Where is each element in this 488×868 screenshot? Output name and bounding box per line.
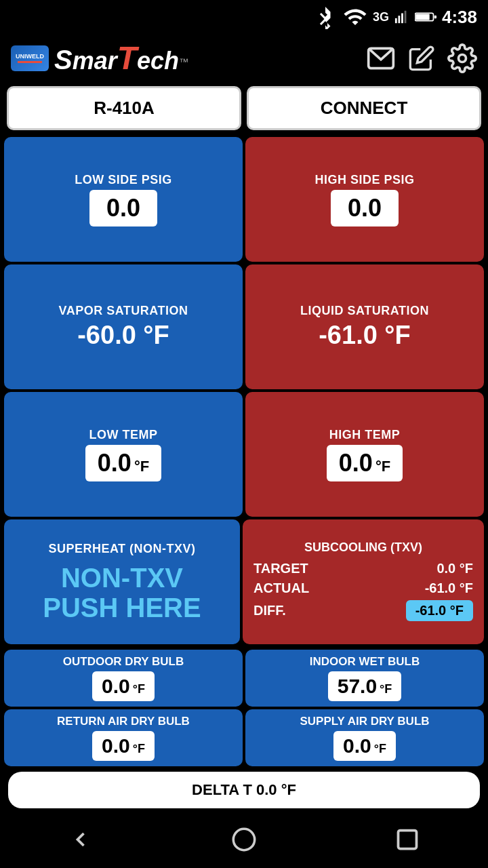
superheat-cell[interactable]: SUPERHEAT (NON-TXV) NON-TXV PUSH HERE xyxy=(4,519,240,644)
signal-icon xyxy=(394,9,409,24)
return-air-value-box: 0.0 °F xyxy=(92,731,155,761)
outdoor-dry-bulb-cell: OUTDOOR DRY BULB 0.0 °F xyxy=(4,650,243,707)
bluetooth-icon xyxy=(313,5,338,29)
return-air-label: RETURN AIR DRY BULB xyxy=(57,715,190,728)
low-side-psig-cell: LOW SIDE PSIG 0.0 xyxy=(4,137,243,262)
edit-icon[interactable] xyxy=(408,45,435,72)
nav-home-button[interactable] xyxy=(230,826,258,856)
svg-rect-10 xyxy=(398,831,416,849)
superheat-label: SUPERHEAT (NON-TXV) xyxy=(48,542,195,556)
logo-smartech: SmarTech™ xyxy=(54,39,188,77)
wifi-icon xyxy=(343,5,367,29)
outdoor-dry-bulb-value: 0.0 xyxy=(102,675,130,698)
heat-cool-row: SUPERHEAT (NON-TXV) NON-TXV PUSH HERE SU… xyxy=(4,519,484,644)
vapor-sat-label: VAPOR SATURATION xyxy=(59,304,188,318)
settings-icon[interactable] xyxy=(447,43,477,73)
low-side-value: 0.0 xyxy=(106,194,140,222)
indoor-wet-bulb-value: 57.0 xyxy=(338,675,377,698)
subcooling-actual-key: ACTUAL xyxy=(253,580,309,596)
outdoor-dry-bulb-unit: °F xyxy=(133,682,145,696)
subcooling-diff-val: -61.0 °F xyxy=(415,603,464,618)
nav-back-button[interactable] xyxy=(68,827,93,854)
subcooling-cell: SUBCOOLING (TXV) TARGET 0.0 °F ACTUAL -6… xyxy=(243,519,484,644)
subcooling-target-key: TARGET xyxy=(253,561,308,576)
svg-rect-3 xyxy=(405,11,407,23)
delta-t-bar: DELTA T 0.0 °F xyxy=(8,772,480,808)
status-time: 4:38 xyxy=(442,7,477,28)
main-grid: LOW SIDE PSIG 0.0 HIGH SIDE PSIG 0.0 VAP… xyxy=(0,134,488,647)
battery-icon xyxy=(415,11,436,23)
svg-rect-5 xyxy=(415,14,430,20)
indoor-wet-bulb-value-box: 57.0 °F xyxy=(328,671,402,701)
mail-icon[interactable] xyxy=(366,43,396,73)
indoor-wet-bulb-label: INDOOR WET BULB xyxy=(310,655,420,669)
low-side-value-box: 0.0 xyxy=(89,190,157,226)
status-bar: 3G 4:38 xyxy=(0,0,488,34)
liquid-saturation-cell: LIQUID SATURATION -61.0 °F xyxy=(245,264,484,389)
subcooling-target-row: TARGET 0.0 °F xyxy=(253,561,473,576)
high-temp-unit: °F xyxy=(375,458,390,475)
vapor-saturation-cell: VAPOR SATURATION -60.0 °F xyxy=(4,264,243,389)
high-temp-value: 0.0 xyxy=(339,449,373,477)
supply-air-value-box: 0.0 °F xyxy=(333,731,396,761)
psig-row: LOW SIDE PSIG 0.0 HIGH SIDE PSIG 0.0 xyxy=(4,137,484,262)
supply-air-label: SUPPLY AIR DRY BULB xyxy=(300,715,429,728)
recents-icon xyxy=(395,827,420,852)
return-air-dry-bulb-cell: RETURN AIR DRY BULB 0.0 °F xyxy=(4,709,243,766)
high-temp-label: HIGH TEMP xyxy=(329,428,401,442)
back-icon xyxy=(68,827,93,852)
supply-air-unit: °F xyxy=(374,742,386,756)
svg-rect-1 xyxy=(398,16,400,23)
refrigerant-button[interactable]: R-410A xyxy=(7,86,241,130)
status-icons: 3G 4:38 xyxy=(313,5,477,29)
svg-rect-6 xyxy=(434,16,436,19)
high-temp-value-box: 0.0 °F xyxy=(327,445,403,481)
low-temp-label: LOW TEMP xyxy=(89,428,158,442)
supply-air-value: 0.0 xyxy=(343,734,371,757)
vapor-sat-value: -60.0 °F xyxy=(77,321,169,350)
liquid-sat-value: -61.0 °F xyxy=(319,321,411,350)
high-temp-cell: HIGH TEMP 0.0 °F xyxy=(245,392,484,517)
return-air-unit: °F xyxy=(133,742,145,756)
subcooling-diff-box: -61.0 °F xyxy=(406,600,473,621)
indoor-wet-bulb-unit: °F xyxy=(380,682,392,696)
high-side-value-box: 0.0 xyxy=(331,190,399,226)
logo-badge-text: UNIWELD xyxy=(16,53,44,60)
low-side-label: LOW SIDE PSIG xyxy=(75,173,172,187)
nav-recents-button[interactable] xyxy=(395,827,420,854)
bottom-section: OUTDOOR DRY BULB 0.0 °F INDOOR WET BULB … xyxy=(0,647,488,814)
low-temp-value-box: 0.0 °F xyxy=(85,445,161,481)
connect-button[interactable]: CONNECT xyxy=(247,86,481,130)
logo: UNIWELD SmarTech™ xyxy=(11,39,188,77)
superheat-line1: NON-TXV xyxy=(43,563,201,593)
supply-air-dry-bulb-cell: SUPPLY AIR DRY BULB 0.0 °F xyxy=(245,709,484,766)
header-icons[interactable] xyxy=(366,43,477,73)
low-temp-unit: °F xyxy=(134,458,149,475)
high-side-label: HIGH SIDE PSIG xyxy=(314,173,414,187)
temp-row: LOW TEMP 0.0 °F HIGH TEMP 0.0 °F xyxy=(4,392,484,517)
indoor-wet-bulb-cell: INDOOR WET BULB 57.0 °F xyxy=(245,650,484,707)
svg-rect-2 xyxy=(401,14,403,24)
saturation-row: VAPOR SATURATION -60.0 °F LIQUID SATURAT… xyxy=(4,264,484,389)
svg-point-8 xyxy=(459,54,466,62)
network-3g: 3G xyxy=(373,10,389,24)
subcooling-diff-key: DIFF. xyxy=(253,603,286,618)
subcooling-target-val: 0.0 °F xyxy=(436,561,473,576)
liquid-sat-label: LIQUID SATURATION xyxy=(300,304,429,318)
delta-t-label: DELTA T 0.0 °F xyxy=(192,781,296,798)
high-side-psig-cell: HIGH SIDE PSIG 0.0 xyxy=(245,137,484,262)
home-icon xyxy=(230,826,258,853)
subcooling-title: SUBCOOLING (TXV) xyxy=(304,540,422,555)
subcooling-actual-row: ACTUAL -61.0 °F xyxy=(253,580,473,596)
low-temp-value: 0.0 xyxy=(98,449,131,477)
svg-point-9 xyxy=(233,829,254,850)
outdoor-dry-bulb-label: OUTDOOR DRY BULB xyxy=(63,655,184,669)
subcooling-diff-row: DIFF. -61.0 °F xyxy=(253,600,473,621)
return-air-value: 0.0 xyxy=(102,734,130,757)
low-temp-cell: LOW TEMP 0.0 °F xyxy=(4,392,243,517)
bulb-row-1: OUTDOOR DRY BULB 0.0 °F INDOOR WET BULB … xyxy=(4,650,484,707)
bulb-row-2: RETURN AIR DRY BULB 0.0 °F SUPPLY AIR DR… xyxy=(4,709,484,766)
high-side-value: 0.0 xyxy=(348,194,382,222)
superheat-line2: PUSH HERE xyxy=(43,593,201,623)
top-buttons: R-410A CONNECT xyxy=(0,82,488,134)
